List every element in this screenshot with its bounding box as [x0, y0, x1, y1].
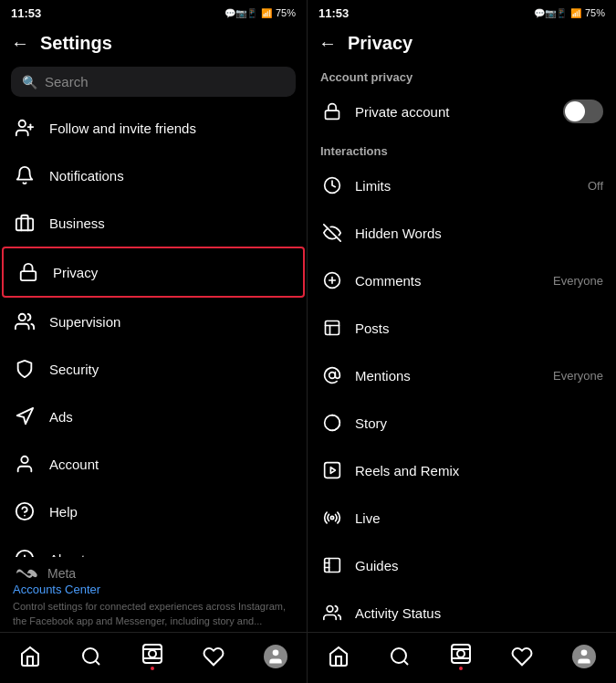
right-panel: 11:53 💬📷📱 📶 75% ← Privacy Account privac… [308, 0, 616, 683]
privacy-item-comments[interactable]: Comments Everyone [308, 257, 616, 304]
hidden-words-icon [320, 221, 344, 245]
right-nav-profile[interactable] [561, 641, 607, 672]
accounts-center-link[interactable]: Accounts Center [13, 583, 294, 596]
svg-point-0 [19, 121, 26, 127]
privacy-item-hidden-words[interactable]: Hidden Words [308, 209, 616, 257]
left-bottom-nav [0, 632, 307, 683]
privacy-item-limits[interactable]: Limits Off [308, 162, 616, 209]
menu-item-help[interactable]: Help [0, 488, 307, 535]
settings-menu: Follow and invite friends Notifications [0, 104, 307, 632]
reels-box-icon [320, 458, 344, 482]
right-reels-dot [459, 667, 463, 670]
right-status-time: 11:53 [318, 6, 349, 20]
home-icon [19, 646, 41, 667]
menu-item-account[interactable]: Account [0, 440, 307, 488]
live-label: Live [355, 510, 603, 526]
left-nav-reels[interactable] [131, 639, 174, 674]
left-battery: 75% [276, 7, 296, 18]
limits-label: Limits [355, 178, 588, 194]
svg-rect-40 [325, 559, 340, 573]
privacy-item-posts[interactable]: Posts [308, 304, 616, 352]
menu-item-privacy[interactable]: Privacy [2, 247, 305, 298]
left-status-time: 11:53 [11, 6, 41, 20]
meta-section: Meta Accounts Center Control settings fo… [0, 557, 307, 632]
right-nav-heart[interactable] [500, 642, 544, 671]
svg-line-22 [96, 660, 99, 664]
person-add-icon [13, 116, 37, 140]
privacy-item-live[interactable]: Live [308, 494, 616, 541]
right-home-icon [328, 646, 350, 667]
lock-icon [16, 260, 40, 284]
story-label: Story [355, 415, 603, 431]
right-back-button[interactable]: ← [318, 33, 337, 54]
privacy-item-mentions[interactable]: Mentions Everyone [308, 352, 616, 399]
briefcase-icon [13, 211, 37, 235]
search-icon: 🔍 [22, 75, 37, 89]
svg-rect-28 [326, 110, 339, 119]
svg-point-48 [457, 650, 465, 657]
mentions-value: Everyone [553, 369, 603, 383]
left-nav-search[interactable] [69, 642, 113, 671]
meta-description: Control settings for connected experienc… [13, 600, 294, 628]
left-nav-heart[interactable] [192, 642, 235, 671]
activity-status-label: Activity Status [355, 605, 603, 621]
left-nav-profile[interactable] [253, 641, 298, 672]
left-back-button[interactable]: ← [11, 33, 29, 54]
menu-item-supervision[interactable]: Supervision [0, 298, 307, 345]
svg-point-45 [392, 648, 406, 663]
search-bar[interactable]: 🔍 Search [11, 67, 296, 97]
left-nav-home[interactable] [8, 642, 52, 671]
svg-rect-3 [16, 218, 33, 230]
right-battery: 75% [585, 7, 605, 18]
left-status-icons: 💬📷📱 📶 75% [224, 7, 296, 18]
mentions-label: Mentions [355, 368, 553, 384]
menu-label-notifications: Notifications [49, 168, 124, 184]
shield-icon [13, 357, 37, 381]
right-status-bar: 11:53 💬📷📱 📶 75% [308, 0, 616, 26]
privacy-item-private-account[interactable]: Private account [308, 88, 616, 135]
search-placeholder: Search [45, 74, 89, 89]
limits-value: Off [588, 179, 603, 193]
svg-line-46 [403, 660, 407, 664]
right-avatar [572, 645, 596, 668]
menu-label-account: Account [49, 457, 99, 472]
menu-item-follow[interactable]: Follow and invite friends [0, 104, 307, 152]
right-header: ← Privacy [308, 26, 616, 61]
privacy-item-reels-remix[interactable]: Reels and Remix [308, 447, 616, 494]
menu-label-privacy: Privacy [53, 265, 98, 280]
right-page-title: Privacy [348, 33, 412, 54]
right-nav-reels[interactable] [439, 639, 483, 674]
svg-point-35 [329, 373, 336, 379]
info-circle-icon [13, 547, 37, 557]
supervision-icon [13, 310, 37, 333]
help-circle-icon [13, 499, 37, 523]
story-icon [320, 411, 344, 435]
menu-item-notifications[interactable]: Notifications [0, 152, 307, 199]
private-account-toggle[interactable] [563, 100, 603, 123]
reels-remix-label: Reels and Remix [355, 463, 603, 478]
reels-nav-icon [141, 643, 163, 665]
comments-icon [320, 268, 344, 292]
privacy-item-guides[interactable]: Guides [308, 541, 616, 589]
toggle-thumb [565, 101, 585, 121]
right-nav-search[interactable] [378, 642, 422, 671]
menu-item-business[interactable]: Business [0, 199, 307, 247]
left-header: ← Settings [0, 26, 307, 61]
privacy-item-activity-status[interactable]: Activity Status [308, 589, 616, 632]
bell-icon [13, 163, 37, 187]
right-nav-home[interactable] [317, 642, 360, 671]
right-status-icons: 💬📷📱 📶 75% [534, 7, 605, 18]
menu-item-ads[interactable]: Ads [0, 393, 307, 440]
timer-icon [320, 173, 344, 197]
svg-point-27 [272, 649, 278, 656]
menu-item-about[interactable]: About [0, 535, 307, 557]
svg-point-24 [149, 650, 156, 657]
menu-item-security[interactable]: Security [0, 345, 307, 393]
svg-point-6 [21, 457, 27, 463]
menu-label-business: Business [49, 215, 105, 231]
svg-point-44 [327, 606, 333, 613]
privacy-item-story[interactable]: Story [308, 399, 616, 447]
search-nav-icon [80, 646, 102, 667]
svg-rect-34 [326, 321, 339, 335]
person-icon [13, 452, 37, 476]
